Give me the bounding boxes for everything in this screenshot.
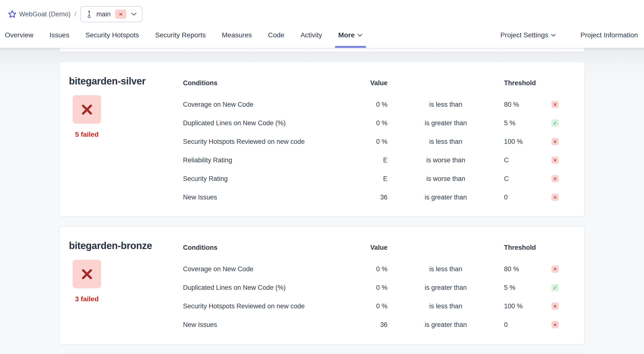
condition-operator: is greater than bbox=[388, 194, 504, 201]
chevron-down-icon bbox=[551, 33, 556, 37]
threshold-header: Threshold bbox=[504, 244, 550, 252]
condition-threshold: C bbox=[504, 175, 550, 183]
condition-row: Coverage on New Code 0 % is less than 80… bbox=[183, 100, 559, 109]
condition-value: 0 % bbox=[321, 101, 388, 108]
condition-row: New Issues 36 is greater than 0 ✕ bbox=[183, 320, 559, 330]
condition-row: Security Hotspots Reviewed on new code 0… bbox=[183, 137, 559, 146]
conditions-table-header: Conditions Value Threshold bbox=[183, 78, 559, 88]
condition-status-icon: ✕ bbox=[552, 175, 559, 182]
condition-row: Security Hotspots Reviewed on new code 0… bbox=[183, 301, 559, 311]
condition-value: 0 % bbox=[321, 119, 388, 127]
condition-operator: is less than bbox=[388, 303, 504, 310]
condition-operator: is less than bbox=[388, 265, 504, 273]
condition-status-icon: ✕ bbox=[552, 265, 559, 273]
condition-row: New Issues 36 is greater than 0 ✕ bbox=[183, 192, 559, 202]
quality-gate-card-bronze: bitegarden-bronze 3 failed Conditions Va… bbox=[59, 226, 585, 345]
condition-operator: is worse than bbox=[388, 156, 504, 164]
gate-summary: bitegarden-silver 5 failed bbox=[69, 75, 183, 216]
condition-value: E bbox=[321, 156, 388, 164]
condition-operator: is greater than bbox=[388, 119, 504, 127]
git-branch-icon bbox=[86, 9, 92, 19]
favorite-star-button[interactable] bbox=[7, 9, 17, 19]
conditions-header: Conditions bbox=[183, 244, 321, 252]
project-information-link[interactable]: Project Information bbox=[580, 31, 638, 39]
condition-status-icon: ✕ bbox=[552, 303, 559, 310]
project-nav: Overview Issues Security Hotspots Securi… bbox=[0, 22, 644, 48]
project-settings-menu[interactable]: Project Settings bbox=[500, 31, 556, 39]
condition-metric: Coverage on New Code bbox=[183, 101, 321, 108]
condition-threshold: C bbox=[504, 156, 550, 164]
condition-threshold: 100 % bbox=[504, 138, 550, 145]
condition-status-icon: ✕ bbox=[552, 101, 559, 108]
top-header: WebGoat (Demo) / main ✕ Overview Issues … bbox=[0, 0, 644, 48]
condition-value: 36 bbox=[321, 194, 388, 201]
fail-x-icon bbox=[80, 268, 93, 281]
condition-row: Duplicated Lines on New Code (%) 0 % is … bbox=[183, 283, 559, 293]
condition-status-icon: ✓ bbox=[552, 119, 559, 127]
conditions-table: Conditions Value Threshold Coverage on N… bbox=[183, 243, 559, 344]
tab-more[interactable]: More bbox=[338, 22, 363, 48]
condition-operator: is greater than bbox=[388, 284, 504, 292]
condition-metric: Duplicated Lines on New Code (%) bbox=[183, 119, 321, 127]
breadcrumb: WebGoat (Demo) / main ✕ bbox=[0, 0, 644, 22]
condition-operator: is less than bbox=[388, 138, 504, 145]
condition-threshold: 80 % bbox=[504, 265, 550, 273]
condition-status-icon: ✕ bbox=[552, 321, 559, 328]
condition-threshold: 0 bbox=[504, 194, 550, 201]
tab-security-hotspots[interactable]: Security Hotspots bbox=[85, 22, 140, 48]
fail-x-icon bbox=[80, 103, 93, 116]
next-card-remnant bbox=[59, 353, 585, 354]
tab-issues[interactable]: Issues bbox=[49, 22, 70, 48]
condition-metric: Coverage on New Code bbox=[183, 265, 321, 273]
value-header: Value bbox=[321, 79, 388, 87]
condition-row: Reliability Rating E is worse than C ✕ bbox=[183, 155, 559, 165]
tab-code[interactable]: Code bbox=[268, 22, 285, 48]
condition-status-icon: ✕ bbox=[552, 156, 559, 164]
quality-gate-card-silver: bitegarden-silver 5 failed Conditions Va… bbox=[59, 61, 585, 217]
condition-row: Coverage on New Code 0 % is less than 80… bbox=[183, 264, 559, 274]
conditions-header: Conditions bbox=[183, 79, 321, 87]
gate-title: bitegarden-silver bbox=[69, 75, 183, 87]
gate-failed-count: 3 failed bbox=[72, 295, 101, 303]
tab-measures[interactable]: Measures bbox=[221, 22, 252, 48]
condition-threshold: 5 % bbox=[504, 284, 550, 292]
condition-status-icon: ✕ bbox=[552, 138, 559, 145]
condition-threshold: 100 % bbox=[504, 303, 550, 310]
branch-selector[interactable]: main ✕ bbox=[80, 6, 143, 22]
condition-row: Security Rating E is worse than C ✕ bbox=[183, 174, 559, 184]
tab-overview[interactable]: Overview bbox=[4, 22, 34, 48]
condition-metric: Duplicated Lines on New Code (%) bbox=[183, 284, 321, 292]
value-header: Value bbox=[321, 244, 388, 252]
threshold-header: Threshold bbox=[504, 79, 550, 87]
condition-value: 0 % bbox=[321, 138, 388, 145]
tab-activity[interactable]: Activity bbox=[300, 22, 323, 48]
condition-value: E bbox=[321, 175, 388, 183]
condition-metric: Security Rating bbox=[183, 175, 321, 183]
gate-summary: bitegarden-bronze 3 failed bbox=[69, 240, 183, 344]
condition-metric: Security Hotspots Reviewed on new code bbox=[183, 138, 321, 145]
condition-operator: is worse than bbox=[388, 175, 504, 183]
condition-value: 0 % bbox=[321, 284, 388, 292]
tab-security-reports[interactable]: Security Reports bbox=[155, 22, 206, 48]
chevron-down-icon bbox=[131, 12, 137, 16]
condition-threshold: 80 % bbox=[504, 101, 550, 108]
condition-status-icon: ✕ bbox=[552, 194, 559, 201]
condition-value: 0 % bbox=[321, 303, 388, 310]
conditions-table-header: Conditions Value Threshold bbox=[183, 243, 559, 252]
condition-operator: is greater than bbox=[388, 321, 504, 329]
breadcrumb-project-link[interactable]: WebGoat (Demo) bbox=[19, 10, 70, 18]
condition-metric: New Issues bbox=[183, 321, 321, 329]
star-icon bbox=[8, 9, 17, 19]
condition-operator: is less than bbox=[388, 101, 504, 108]
gate-title: bitegarden-bronze bbox=[69, 240, 183, 252]
condition-metric: Security Hotspots Reviewed on new code bbox=[183, 303, 321, 310]
breadcrumb-separator: / bbox=[74, 10, 76, 18]
condition-value: 36 bbox=[321, 321, 388, 329]
condition-value: 0 % bbox=[321, 265, 388, 273]
chevron-down-icon bbox=[357, 33, 362, 37]
previous-card-remnant bbox=[59, 48, 585, 52]
quality-gates-panel: bitegarden-silver 5 failed Conditions Va… bbox=[0, 48, 644, 354]
conditions-table: Conditions Value Threshold Coverage on N… bbox=[183, 78, 559, 216]
condition-status-icon: ✓ bbox=[552, 284, 559, 291]
condition-metric: New Issues bbox=[183, 194, 321, 201]
